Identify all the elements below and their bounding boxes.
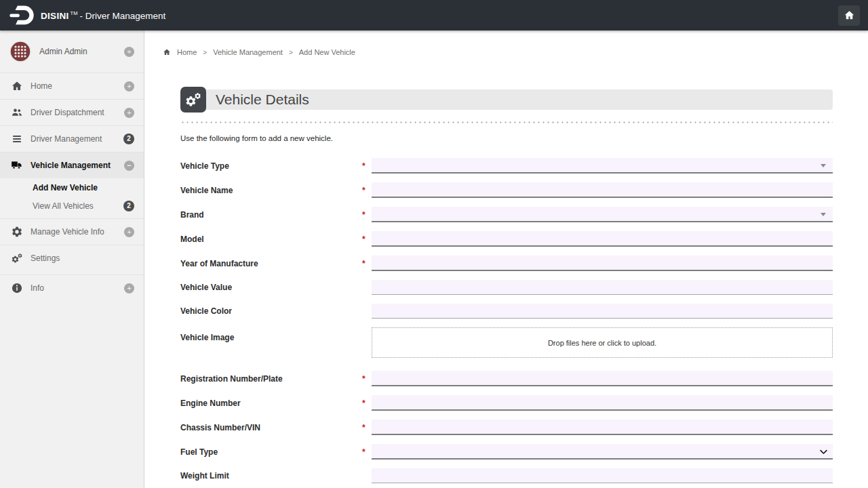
form-row-year-of-manufacture: Year of Manufacture* (180, 256, 833, 271)
field-label: Vehicle Name (180, 186, 362, 195)
form-row-brand: Brand* (180, 207, 833, 222)
breadcrumb: Home > Vehicle Management > Add New Vehi… (163, 48, 868, 56)
field-label: Brand (180, 210, 362, 220)
form-row-vehicle-image: Vehicle ImageDrop files here or click to… (180, 327, 833, 358)
sidebar-item-label: Settings (31, 253, 134, 263)
people-icon (9, 106, 24, 119)
gears-icon (180, 87, 206, 113)
plus-icon[interactable]: + (124, 81, 134, 92)
dotted-divider (180, 121, 833, 123)
plus-icon[interactable]: + (124, 283, 134, 293)
breadcrumb-item-add-new-vehicle[interactable]: Add New Vehicle (299, 48, 355, 56)
sidebar-item-label: Vehicle Management (31, 161, 124, 170)
count-badge: 2 (123, 134, 134, 144)
sidebar-subitem-add-new-vehicle[interactable]: Add New Vehicle (0, 178, 144, 197)
brand-name: DISINI (41, 10, 69, 20)
required-asterisk: * (362, 259, 372, 268)
sidebar: Admin Admin + Home+Driver Dispatchment+D… (0, 30, 144, 488)
form-row-registration-number-plate: Registration Number/Plate* (180, 371, 833, 386)
chassis-number-vin-input[interactable] (372, 420, 833, 435)
list-icon (9, 132, 24, 146)
field-label: Model (180, 235, 362, 244)
page-title: Vehicle Details (216, 92, 309, 108)
form-row-chassis-number-vin: Chassis Number/VIN* (180, 420, 833, 435)
field-label: Engine Number (180, 399, 362, 408)
required-asterisk: * (362, 374, 372, 384)
sidebar-item-manage-vehicle-info[interactable]: Manage Vehicle Info+ (0, 218, 144, 245)
form-row-engine-number: Engine Number* (180, 395, 833, 411)
plus-icon[interactable]: + (124, 108, 134, 118)
home-icon (9, 79, 24, 93)
disini-logo-icon (8, 5, 35, 26)
vehicle-type-select[interactable] (372, 158, 833, 174)
vehicle-value-input[interactable] (372, 280, 833, 295)
required-asterisk: * (362, 186, 372, 195)
vehicle-form: Vehicle Type*Vehicle Name*Brand*Model*Ye… (180, 158, 833, 483)
sidebar-item-home[interactable]: Home+ (0, 73, 144, 99)
sidebar-item-settings[interactable]: Settings (0, 245, 144, 271)
field-label: Vehicle Image (180, 333, 362, 342)
weight-limit-input[interactable] (372, 468, 833, 483)
vehicle-image-dropzone[interactable]: Drop files here or click to upload. (372, 327, 833, 358)
sidebar-submenu: Add New VehicleView All Vehicles2 (0, 178, 144, 215)
vehicle-name-input[interactable] (372, 182, 833, 198)
field-label: Fuel Type (180, 447, 362, 457)
user-name: Admin Admin (39, 47, 124, 56)
field-label: Weight Limit (180, 471, 362, 481)
form-row-fuel-type: Fuel Type* (180, 444, 833, 460)
sidebar-item-label: Driver Management (31, 134, 123, 144)
fuel-type-select[interactable] (372, 444, 833, 460)
breadcrumb-item-home[interactable]: Home (177, 48, 197, 56)
form-row-vehicle-value: Vehicle Value (180, 280, 833, 295)
plus-icon[interactable]: + (124, 47, 134, 57)
home-icon (844, 9, 855, 21)
model-input[interactable] (372, 231, 833, 247)
form-row-vehicle-type: Vehicle Type* (180, 158, 833, 174)
sidebar-item-label: Manage Vehicle Info (31, 227, 124, 237)
dropdown-arrow-icon (821, 213, 826, 216)
year-of-manufacture-input[interactable] (372, 256, 833, 271)
minus-icon[interactable]: − (124, 161, 134, 171)
vehicle-details-panel: Vehicle Details Use the following form t… (180, 89, 833, 483)
sidebar-item-vehicle-management[interactable]: Vehicle Management− (0, 152, 144, 178)
info-icon (9, 281, 24, 295)
required-asterisk: * (362, 423, 372, 432)
field-label: Vehicle Type (180, 161, 362, 171)
breadcrumb-separator: > (203, 49, 207, 56)
product-name: - Driver Management (79, 10, 165, 20)
home-icon (163, 48, 171, 56)
plus-icon[interactable]: + (124, 227, 134, 237)
form-intro-text: Use the following form to add a new vehi… (180, 134, 833, 142)
breadcrumb-item-vehicle-management[interactable]: Vehicle Management (213, 48, 283, 56)
field-label: Chassis Number/VIN (180, 423, 362, 432)
user-panel[interactable]: Admin Admin + (0, 30, 144, 73)
home-button[interactable] (838, 5, 860, 26)
required-asterisk: * (362, 161, 372, 171)
avatar (9, 41, 31, 62)
sidebar-item-label: Driver Dispatchment (31, 108, 124, 117)
required-asterisk: * (362, 447, 372, 457)
count-badge: 2 (123, 201, 134, 211)
breadcrumb-separator: > (289, 49, 293, 56)
truck-icon (9, 159, 24, 172)
panel-header: Vehicle Details (180, 89, 833, 110)
sidebar-item-label: Info (31, 283, 124, 293)
sidebar-item-driver-dispatchment[interactable]: Driver Dispatchment+ (0, 99, 144, 125)
chevron-down-icon (818, 447, 829, 460)
sidebar-subitem-view-all-vehicles[interactable]: View All Vehicles2 (0, 197, 144, 215)
sidebar-item-driver-management[interactable]: Driver Management2 (0, 125, 144, 152)
engine-number-input[interactable] (372, 395, 833, 411)
form-row-vehicle-name: Vehicle Name* (180, 182, 833, 198)
vehicle-color-input[interactable] (372, 304, 833, 319)
field-label: Registration Number/Plate (180, 374, 362, 384)
tm-mark: TM (71, 10, 78, 16)
sidebar-menu: Home+Driver Dispatchment+Driver Manageme… (0, 73, 144, 301)
form-row-model: Model* (180, 231, 833, 247)
form-row-vehicle-color: Vehicle Color (180, 304, 833, 319)
registration-number-plate-input[interactable] (372, 371, 833, 386)
sidebar-subitem-label: View All Vehicles (33, 201, 123, 211)
gear-icon (9, 225, 24, 239)
brand-select[interactable] (372, 207, 833, 222)
dropdown-arrow-icon (821, 164, 826, 167)
sidebar-item-info[interactable]: Info+ (0, 274, 144, 301)
